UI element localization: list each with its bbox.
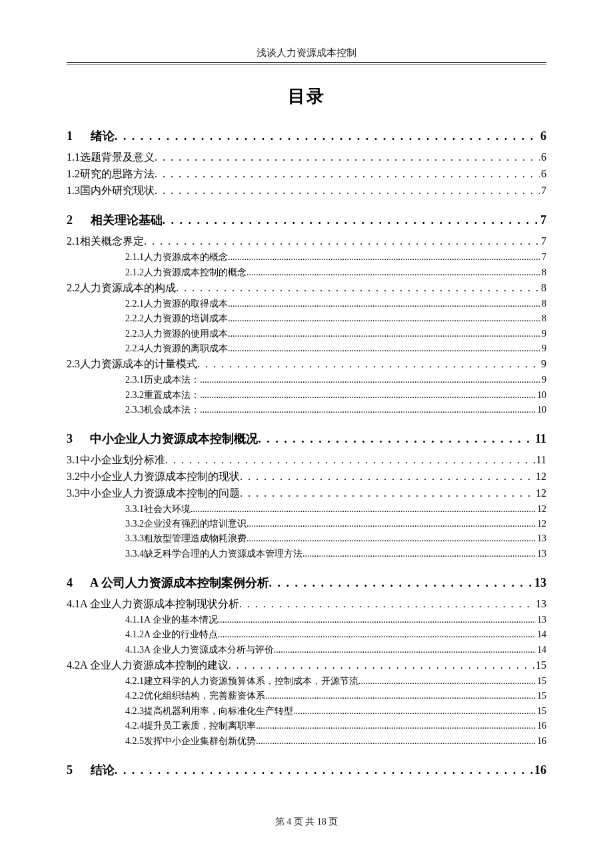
toc-entry-label: A 企业人力资源成本控制现状分析	[80, 596, 239, 613]
toc-entry[interactable]: 1.2 研究的思路方法6	[67, 166, 546, 183]
toc-entry-number: 4.2.5	[125, 734, 144, 749]
toc-entry-number: 1	[67, 129, 89, 143]
toc-entry-number: 3.2	[67, 469, 80, 485]
toc-entry[interactable]: 2.2.1 人力资源的取得成本8	[67, 297, 546, 311]
toc-leader-dots	[303, 547, 536, 561]
toc-leader-dots	[155, 149, 540, 166]
toc-entry-label: 人力资源的培训成本	[144, 311, 228, 326]
toc-leader-dots	[256, 719, 536, 733]
toc-entry[interactable]: 4.2.2 优化组织结构，完善薪资体系15	[67, 689, 546, 703]
toc-leader-dots	[144, 233, 540, 250]
toc-entry[interactable]: 2.3.1 历史成本法：9	[67, 373, 546, 387]
toc-leader-dots	[228, 250, 540, 265]
toc-entry-page: 13	[536, 531, 546, 546]
toc-entry[interactable]: 4.2.5 发挥中小企业集群创新优势16	[67, 734, 546, 749]
toc-entry-label: 选题背景及意义	[80, 149, 155, 166]
toc-leader-dots	[247, 517, 536, 531]
toc-entry-number: 2.3.1	[125, 373, 144, 387]
toc-entry[interactable]: 2.2.2 人力资源的培训成本8	[67, 311, 546, 326]
toc-entry[interactable]: 4.1.2 A 企业的行业特点14	[67, 627, 546, 642]
toc-entry[interactable]: 5 结论16	[67, 762, 546, 778]
toc-entry[interactable]: 2 相关理论基础7	[67, 212, 546, 228]
toc-entry[interactable]: 2.2.3 人力资源的使用成本9	[67, 327, 546, 341]
toc-entry-number: 2.2.1	[125, 297, 144, 311]
toc-entry[interactable]: 2.2.4 人力资源的离职成本9	[67, 341, 546, 356]
toc-entry-label: 人力资源成本的计量模式	[80, 356, 197, 373]
toc-entry-label: A 企业人力资源成本分析与评价	[144, 643, 274, 657]
toc-leader-dots	[115, 763, 533, 777]
toc-entry-label: A 企业的基本情况	[144, 613, 218, 627]
toc-leader-dots	[163, 213, 539, 227]
toc-entry[interactable]: 3.3.4 缺乏科学合理的人力资源成本管理方法13	[67, 547, 546, 561]
toc-entry-number: 2.2.3	[125, 327, 144, 341]
toc-entry[interactable]: 4.1.1 A 企业的基本情况13	[67, 613, 546, 627]
toc-entry-label: 研究的思路方法	[80, 166, 155, 183]
toc-entry-label: 人力资源成本控制的概念	[144, 265, 247, 280]
toc-entry[interactable]: 4.1.3 A 企业人力资源成本分析与评价14	[67, 643, 546, 657]
toc-entry[interactable]: 2.2 人力资源成本的构成8	[67, 280, 546, 297]
toc-entry[interactable]: 1.1 选题背景及意义6	[67, 149, 546, 166]
toc-entry-label: A 企业人力资源成本控制的建议	[80, 657, 229, 674]
document-page: 浅谈人力资源成本控制 目录 1 绪论61.1 选题背景及意义61.2 研究的思路…	[0, 0, 613, 868]
toc-entry-label: 提高机器利用率，向标准化生产转型	[144, 704, 293, 719]
toc-entry-page: 12	[534, 469, 546, 485]
toc-entry[interactable]: 4.2 A 企业人力资源成本控制的建议15	[67, 657, 546, 674]
toc-entry-number: 4.2.3	[125, 704, 144, 719]
toc-entry-number: 2	[67, 213, 89, 227]
toc-leader-dots	[240, 485, 534, 502]
toc-leader-dots	[200, 388, 536, 403]
toc-entry-page: 6	[540, 166, 546, 183]
toc-entry-page: 10	[536, 403, 546, 417]
toc-entry-number: 4.2.2	[125, 689, 144, 703]
toc-entry-label: 人力资源的离职成本	[144, 341, 228, 356]
toc-entry-page: 15	[534, 657, 546, 674]
toc-entry-number: 5	[67, 763, 89, 777]
toc-entry[interactable]: 2.3.3 机会成本法：10	[67, 403, 546, 417]
toc-entry-page: 13	[536, 547, 546, 561]
toc-entry[interactable]: 1.3国内外研究现状7	[67, 183, 546, 199]
toc-entry[interactable]: 2.1.2 人力资源成本控制的概念8	[67, 265, 546, 280]
toc-entry[interactable]: 2.3 人力资源成本的计量模式9	[67, 356, 546, 373]
toc-entry[interactable]: 3.3.3 粗放型管理造成物耗浪费13	[67, 531, 546, 546]
toc-entry-number: 2.2.4	[125, 341, 144, 356]
toc-entry-label: 人力资源的使用成本	[144, 327, 228, 341]
toc-entry-number: 3.3.4	[125, 547, 144, 561]
toc-entry-page: 12	[536, 502, 546, 517]
toc-entry[interactable]: 2.1.1 人力资源成本的概念7	[67, 250, 546, 265]
toc-entry-page: 16	[533, 763, 546, 777]
toc-entry[interactable]: 2.3.2 重置成本法：10	[67, 388, 546, 403]
toc-entry-label: 提升员工素质，控制离职率	[144, 719, 256, 733]
page-footer: 第 4 页 共 18 页	[0, 816, 613, 828]
toc-leader-dots	[197, 356, 540, 373]
toc-entry-page: 12	[536, 517, 546, 531]
toc-entry[interactable]: 3.3.1 社会大环境12	[67, 502, 546, 517]
toc-entry[interactable]: 4.1 A 企业人力资源成本控制现状分析13	[67, 596, 546, 613]
toc-entry[interactable]: 3.3中小企业人力资源成本控制的问题12	[67, 485, 546, 502]
toc-entry[interactable]: 2.1 相关概念界定7	[67, 233, 546, 250]
toc-entry-label: 中小企业划分标准	[80, 452, 165, 469]
toc-leader-dots	[256, 734, 536, 749]
toc-entry[interactable]: 1 绪论6	[67, 128, 546, 144]
toc-entry[interactable]: 4.2.1 建立科学的人力资源预算体系，控制成本，开源节流15	[67, 674, 546, 689]
toc-entry[interactable]: 3 中小企业人力资源成本控制概况11	[67, 431, 546, 447]
toc-entry[interactable]: 3.2中小企业人力资源成本控制的现状12	[67, 469, 546, 485]
toc-entry-number: 4.1	[67, 596, 80, 613]
toc-entry-label: 绪论	[91, 128, 115, 144]
toc-leader-dots	[218, 613, 536, 627]
toc-entry-page: 15	[536, 689, 546, 703]
toc-leader-dots	[269, 576, 533, 590]
toc-leader-dots	[200, 373, 540, 387]
toc-title: 目录	[67, 85, 546, 108]
toc-leader-dots	[228, 327, 540, 341]
toc-entry-page: 16	[536, 734, 546, 749]
toc-entry[interactable]: 3.1 中小企业划分标准11	[67, 452, 546, 469]
toc-entry[interactable]: 4 A 公司人力资源成本控制案例分析13	[67, 575, 546, 591]
toc-entry[interactable]: 4.2.4 提升员工素质，控制离职率16	[67, 719, 546, 733]
toc-entry[interactable]: 3.3.2 企业没有强烈的培训意识12	[67, 517, 546, 531]
toc-entry-page: 13	[533, 576, 546, 590]
toc-entry[interactable]: 4.2.3 提高机器利用率，向标准化生产转型15	[67, 704, 546, 719]
toc-entry-page: 9	[540, 373, 546, 387]
toc-entry-number: 3.3.1	[125, 502, 144, 517]
toc-entry-label: 社会大环境	[144, 502, 191, 517]
toc-leader-dots	[265, 689, 536, 703]
